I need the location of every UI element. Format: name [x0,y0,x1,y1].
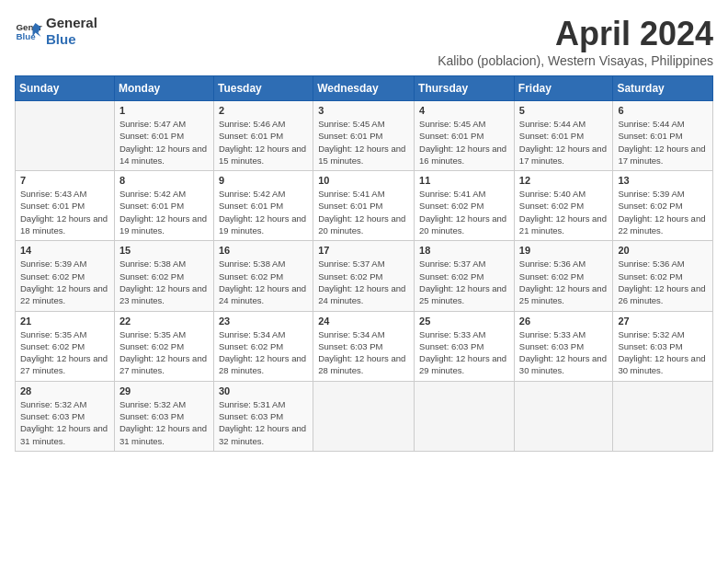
calendar-cell: 27 Sunrise: 5:32 AMSunset: 6:03 PMDaylig… [613,311,713,381]
day-number: 19 [519,245,609,256]
header-thursday: Thursday [415,76,515,101]
week-row-5: 28 Sunrise: 5:32 AMSunset: 6:03 PMDaylig… [16,381,713,451]
day-number: 26 [519,316,609,327]
calendar-cell [613,381,713,451]
day-info: Sunrise: 5:33 AMSunset: 6:03 PMDaylight:… [419,328,509,377]
calendar-cell: 4 Sunrise: 5:45 AMSunset: 6:01 PMDayligh… [415,101,515,171]
day-info: Sunrise: 5:46 AMSunset: 6:01 PMDaylight:… [219,118,308,167]
week-row-2: 7 Sunrise: 5:43 AMSunset: 6:01 PMDayligh… [16,171,713,241]
calendar-header-row: SundayMondayTuesdayWednesdayThursdayFrid… [16,76,713,101]
calendar-cell: 19 Sunrise: 5:36 AMSunset: 6:02 PMDaylig… [514,241,613,311]
calendar-cell: 3 Sunrise: 5:45 AMSunset: 6:01 PMDayligh… [313,101,415,171]
calendar-cell [16,101,115,171]
day-number: 28 [20,385,109,396]
logo-blue: Blue [46,31,97,48]
day-info: Sunrise: 5:37 AMSunset: 6:02 PMDaylight:… [419,258,509,306]
calendar-cell: 28 Sunrise: 5:32 AMSunset: 6:03 PMDaylig… [16,381,115,451]
day-info: Sunrise: 5:47 AMSunset: 6:01 PMDaylight:… [119,118,209,167]
day-info: Sunrise: 5:35 AMSunset: 6:02 PMDaylight:… [119,328,209,377]
day-info: Sunrise: 5:39 AMSunset: 6:02 PMDaylight:… [20,258,109,306]
day-number: 21 [20,316,109,327]
day-number: 25 [419,316,509,327]
day-info: Sunrise: 5:41 AMSunset: 6:02 PMDaylight:… [419,188,509,236]
day-info: Sunrise: 5:36 AMSunset: 6:02 PMDaylight:… [519,258,609,306]
calendar-cell: 25 Sunrise: 5:33 AMSunset: 6:03 PMDaylig… [415,311,515,381]
logo-icon: General Blue [15,17,42,45]
calendar-cell: 26 Sunrise: 5:33 AMSunset: 6:03 PMDaylig… [514,311,613,381]
calendar-cell: 8 Sunrise: 5:42 AMSunset: 6:01 PMDayligh… [114,171,213,241]
calendar-cell: 24 Sunrise: 5:34 AMSunset: 6:03 PMDaylig… [313,311,415,381]
header-wednesday: Wednesday [313,76,415,101]
day-number: 7 [20,175,109,186]
day-number: 16 [219,245,308,256]
title-area: April 2024 Kalibo (poblacion), Western V… [438,15,713,68]
calendar-table: SundayMondayTuesdayWednesdayThursdayFrid… [15,75,713,452]
day-number: 8 [119,175,209,186]
day-number: 5 [519,105,609,116]
day-number: 11 [419,175,509,186]
day-number: 2 [219,105,308,116]
day-info: Sunrise: 5:43 AMSunset: 6:01 PMDaylight:… [20,188,109,236]
week-row-4: 21 Sunrise: 5:35 AMSunset: 6:02 PMDaylig… [16,311,713,381]
day-number: 29 [119,385,209,396]
header-sunday: Sunday [16,76,115,101]
day-number: 23 [219,316,308,327]
day-info: Sunrise: 5:34 AMSunset: 6:02 PMDaylight:… [219,328,308,377]
day-number: 17 [318,245,409,256]
day-info: Sunrise: 5:41 AMSunset: 6:01 PMDaylight:… [318,188,409,236]
calendar-cell: 17 Sunrise: 5:37 AMSunset: 6:02 PMDaylig… [313,241,415,311]
day-info: Sunrise: 5:32 AMSunset: 6:03 PMDaylight:… [618,328,708,377]
day-info: Sunrise: 5:32 AMSunset: 6:03 PMDaylight:… [20,398,109,447]
calendar-cell [415,381,515,451]
month-title: April 2024 [438,15,713,53]
day-info: Sunrise: 5:40 AMSunset: 6:02 PMDaylight:… [519,188,609,236]
location-subtitle: Kalibo (poblacion), Western Visayas, Phi… [438,53,713,68]
day-info: Sunrise: 5:44 AMSunset: 6:01 PMDaylight:… [519,118,609,167]
header-tuesday: Tuesday [213,76,313,101]
day-info: Sunrise: 5:32 AMSunset: 6:03 PMDaylight:… [119,398,209,447]
day-number: 6 [618,105,708,116]
calendar-cell: 9 Sunrise: 5:42 AMSunset: 6:01 PMDayligh… [213,171,313,241]
day-number: 12 [519,175,609,186]
calendar-cell: 14 Sunrise: 5:39 AMSunset: 6:02 PMDaylig… [16,241,115,311]
day-number: 13 [618,175,708,186]
day-number: 4 [419,105,509,116]
day-info: Sunrise: 5:31 AMSunset: 6:03 PMDaylight:… [219,398,308,447]
day-number: 9 [219,175,308,186]
calendar-cell: 7 Sunrise: 5:43 AMSunset: 6:01 PMDayligh… [16,171,115,241]
day-info: Sunrise: 5:42 AMSunset: 6:01 PMDaylight:… [219,188,308,236]
day-number: 22 [119,316,209,327]
calendar-cell: 15 Sunrise: 5:38 AMSunset: 6:02 PMDaylig… [114,241,213,311]
calendar-cell: 22 Sunrise: 5:35 AMSunset: 6:02 PMDaylig… [114,311,213,381]
calendar-cell: 10 Sunrise: 5:41 AMSunset: 6:01 PMDaylig… [313,171,415,241]
day-info: Sunrise: 5:35 AMSunset: 6:02 PMDaylight:… [20,328,109,377]
day-info: Sunrise: 5:38 AMSunset: 6:02 PMDaylight:… [119,258,209,306]
day-number: 14 [20,245,109,256]
day-info: Sunrise: 5:45 AMSunset: 6:01 PMDaylight:… [318,118,409,167]
calendar-cell [313,381,415,451]
day-number: 10 [318,175,409,186]
header-monday: Monday [114,76,213,101]
calendar-cell: 12 Sunrise: 5:40 AMSunset: 6:02 PMDaylig… [514,171,613,241]
day-number: 15 [119,245,209,256]
page-header: General Blue General Blue April 2024 Kal… [15,15,713,68]
logo: General Blue General Blue [15,15,97,48]
day-info: Sunrise: 5:44 AMSunset: 6:01 PMDaylight:… [618,118,708,167]
calendar-cell: 1 Sunrise: 5:47 AMSunset: 6:01 PMDayligh… [114,101,213,171]
day-number: 1 [119,105,209,116]
day-info: Sunrise: 5:42 AMSunset: 6:01 PMDaylight:… [119,188,209,236]
calendar-cell: 18 Sunrise: 5:37 AMSunset: 6:02 PMDaylig… [415,241,515,311]
day-info: Sunrise: 5:39 AMSunset: 6:02 PMDaylight:… [618,188,708,236]
calendar-cell: 29 Sunrise: 5:32 AMSunset: 6:03 PMDaylig… [114,381,213,451]
logo-general: General [46,15,97,31]
calendar-cell: 11 Sunrise: 5:41 AMSunset: 6:02 PMDaylig… [415,171,515,241]
calendar-cell: 13 Sunrise: 5:39 AMSunset: 6:02 PMDaylig… [613,171,713,241]
day-info: Sunrise: 5:36 AMSunset: 6:02 PMDaylight:… [618,258,708,306]
calendar-cell: 20 Sunrise: 5:36 AMSunset: 6:02 PMDaylig… [613,241,713,311]
day-info: Sunrise: 5:33 AMSunset: 6:03 PMDaylight:… [519,328,609,377]
calendar-cell: 23 Sunrise: 5:34 AMSunset: 6:02 PMDaylig… [213,311,313,381]
header-friday: Friday [514,76,613,101]
day-number: 24 [318,316,409,327]
header-saturday: Saturday [613,76,713,101]
day-number: 27 [618,316,708,327]
